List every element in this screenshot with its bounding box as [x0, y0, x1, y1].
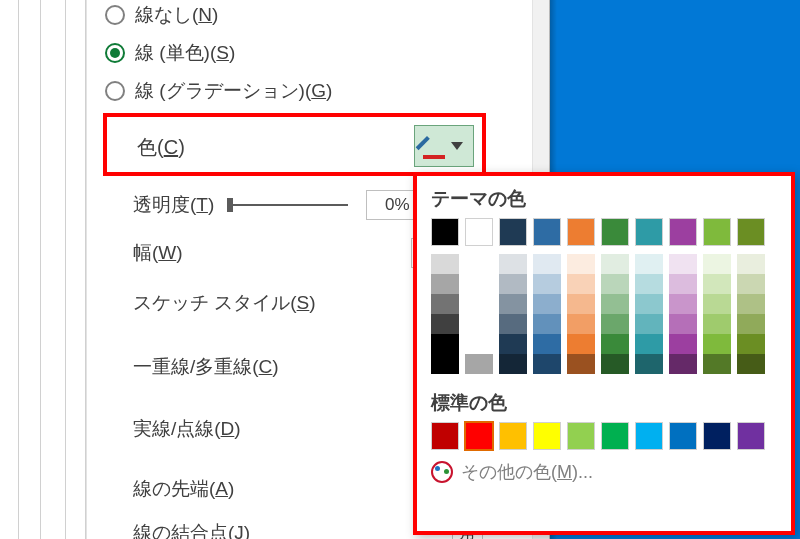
- line-solid-radio[interactable]: 線 (単色)(S): [87, 34, 550, 72]
- theme-color-shade[interactable]: [635, 354, 663, 374]
- theme-color-shade[interactable]: [431, 294, 459, 314]
- theme-color-swatch[interactable]: [669, 218, 697, 246]
- standard-color-swatch[interactable]: [431, 422, 459, 450]
- theme-color-shade[interactable]: [533, 294, 561, 314]
- line-gradient-radio[interactable]: 線 (グラデーション)(G): [87, 72, 550, 110]
- theme-color-shade[interactable]: [601, 314, 629, 334]
- theme-color-shade[interactable]: [703, 294, 731, 314]
- theme-color-shade[interactable]: [533, 254, 561, 274]
- line-gradient-label: 線 (グラデーション)(G): [135, 78, 332, 104]
- theme-color-swatch[interactable]: [601, 218, 629, 246]
- more-colors-item[interactable]: その他の色(M)...: [417, 450, 791, 484]
- theme-color-shade[interactable]: [533, 354, 561, 374]
- theme-colors-row: [417, 218, 791, 246]
- theme-color-shade[interactable]: [533, 314, 561, 334]
- theme-color-shade[interactable]: [601, 354, 629, 374]
- theme-color-shade[interactable]: [635, 314, 663, 334]
- theme-color-swatch[interactable]: [635, 218, 663, 246]
- dash-type-label[interactable]: 実線/点線(D): [133, 416, 241, 442]
- theme-color-shade[interactable]: [601, 254, 629, 274]
- standard-color-swatch[interactable]: [601, 422, 629, 450]
- theme-color-shade[interactable]: [533, 334, 561, 354]
- theme-color-shade[interactable]: [431, 354, 459, 374]
- standard-color-swatch[interactable]: [465, 422, 493, 450]
- theme-color-shades: [417, 246, 791, 374]
- standard-color-swatch[interactable]: [737, 422, 765, 450]
- theme-color-shade[interactable]: [499, 294, 527, 314]
- theme-color-shade[interactable]: [567, 354, 595, 374]
- theme-color-shade[interactable]: [669, 254, 697, 274]
- theme-color-shade[interactable]: [465, 334, 493, 354]
- theme-color-shade[interactable]: [567, 314, 595, 334]
- theme-color-shade[interactable]: [669, 354, 697, 374]
- theme-color-shade[interactable]: [635, 334, 663, 354]
- theme-color-swatch[interactable]: [533, 218, 561, 246]
- compound-line-label[interactable]: 一重線/多重線(C): [133, 354, 279, 380]
- theme-color-shade[interactable]: [431, 274, 459, 294]
- theme-color-shade[interactable]: [567, 274, 595, 294]
- theme-color-shade[interactable]: [601, 334, 629, 354]
- theme-color-shade[interactable]: [703, 334, 731, 354]
- theme-color-shade[interactable]: [635, 274, 663, 294]
- sketch-style-label[interactable]: スケッチ スタイル(S): [133, 290, 316, 316]
- theme-color-shade[interactable]: [465, 274, 493, 294]
- theme-color-shade[interactable]: [567, 294, 595, 314]
- theme-color-shade[interactable]: [703, 274, 731, 294]
- line-color-button[interactable]: [414, 125, 474, 167]
- theme-color-shade[interactable]: [567, 254, 595, 274]
- theme-color-shade[interactable]: [737, 294, 765, 314]
- theme-color-shade[interactable]: [703, 254, 731, 274]
- line-solid-label: 線 (単色)(S): [135, 40, 235, 66]
- theme-color-shade[interactable]: [635, 294, 663, 314]
- theme-color-shade[interactable]: [669, 334, 697, 354]
- theme-color-shade[interactable]: [431, 334, 459, 354]
- theme-color-shade[interactable]: [737, 254, 765, 274]
- theme-color-shade[interactable]: [737, 334, 765, 354]
- theme-color-shade[interactable]: [465, 314, 493, 334]
- theme-color-shade[interactable]: [499, 254, 527, 274]
- theme-color-shade[interactable]: [703, 314, 731, 334]
- standard-color-swatch[interactable]: [635, 422, 663, 450]
- theme-color-shade[interactable]: [703, 354, 731, 374]
- theme-color-shade[interactable]: [499, 334, 527, 354]
- theme-color-shade[interactable]: [635, 254, 663, 274]
- standard-color-swatch[interactable]: [499, 422, 527, 450]
- theme-colors-heading: テーマの色: [431, 186, 791, 212]
- theme-color-shade[interactable]: [465, 254, 493, 274]
- line-none-radio[interactable]: 線なし(N): [87, 0, 550, 34]
- standard-color-swatch[interactable]: [567, 422, 595, 450]
- theme-color-shade[interactable]: [431, 254, 459, 274]
- theme-color-shade[interactable]: [533, 274, 561, 294]
- theme-color-shade[interactable]: [669, 314, 697, 334]
- theme-color-swatch[interactable]: [567, 218, 595, 246]
- cap-type-label: 線の先端(A): [133, 476, 234, 502]
- theme-color-swatch[interactable]: [703, 218, 731, 246]
- more-colors-label: その他の色(M)...: [461, 460, 593, 484]
- theme-color-shade[interactable]: [431, 314, 459, 334]
- theme-color-swatch[interactable]: [499, 218, 527, 246]
- theme-color-shade[interactable]: [737, 354, 765, 374]
- color-picker-popup: テーマの色 標準の色 その他の色(M)...: [413, 172, 795, 535]
- theme-color-swatch[interactable]: [465, 218, 493, 246]
- theme-color-shade[interactable]: [499, 354, 527, 374]
- theme-color-shade[interactable]: [669, 294, 697, 314]
- theme-color-shade[interactable]: [465, 354, 493, 374]
- pencil-icon: [425, 136, 445, 156]
- theme-color-shade[interactable]: [669, 274, 697, 294]
- theme-color-shade[interactable]: [465, 294, 493, 314]
- theme-color-shade[interactable]: [601, 294, 629, 314]
- theme-color-swatch[interactable]: [737, 218, 765, 246]
- standard-color-swatch[interactable]: [669, 422, 697, 450]
- standard-color-swatch[interactable]: [533, 422, 561, 450]
- theme-color-shade[interactable]: [567, 334, 595, 354]
- theme-color-shade[interactable]: [737, 274, 765, 294]
- theme-color-shade[interactable]: [499, 314, 527, 334]
- radio-unchecked-icon: [105, 5, 125, 25]
- standard-color-swatch[interactable]: [703, 422, 731, 450]
- theme-color-shade[interactable]: [601, 274, 629, 294]
- theme-color-shade[interactable]: [499, 274, 527, 294]
- theme-color-shade[interactable]: [737, 314, 765, 334]
- transparency-slider[interactable]: [228, 195, 348, 215]
- theme-color-swatch[interactable]: [431, 218, 459, 246]
- radio-checked-icon: [105, 43, 125, 63]
